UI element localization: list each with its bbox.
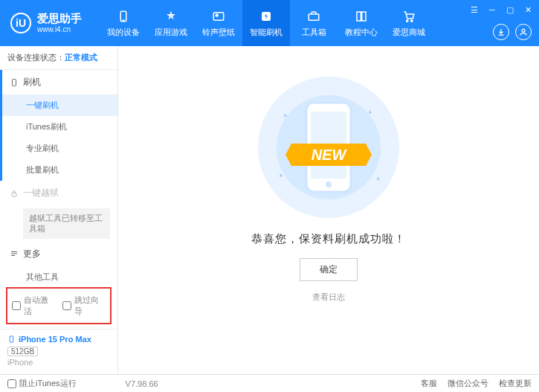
menu-group-more[interactable]: 更多 (2, 242, 117, 266)
device-info: iPhone 15 Pro Max 512GB iPhone (0, 329, 117, 374)
view-log-link[interactable]: 查看日志 (312, 292, 345, 303)
menu-item-batch-flash[interactable]: 批量刷机 (2, 159, 117, 181)
maximize-icon[interactable]: ▢ (505, 4, 515, 15)
footer-link-wechat[interactable]: 微信公众号 (448, 378, 488, 389)
window-controls: ☰ ─ ▢ ✕ (469, 4, 533, 15)
nav-label: 教程中心 (345, 27, 378, 38)
nav-apps-games[interactable]: 应用游戏 (147, 0, 195, 46)
menu-group-label: 刷机 (23, 76, 41, 89)
menu-group-label: 更多 (23, 248, 41, 260)
menu-group-label: 一键越狱 (23, 187, 59, 199)
book-icon (354, 9, 369, 24)
logo-title: 爱思助手 (37, 13, 82, 25)
logo[interactable]: iU 爱思助手 www.i4.cn (0, 13, 92, 33)
svg-rect-2 (213, 12, 224, 20)
menu-item-pro-flash[interactable]: 专业刷机 (2, 138, 117, 159)
minimize-icon[interactable]: ─ (487, 4, 497, 15)
svg-point-8 (522, 29, 525, 32)
device-name-text: iPhone 15 Pro Max (19, 335, 91, 344)
phone-icon (7, 334, 16, 344)
main-content: NEW 恭喜您，保资料刷机成功啦！ 确定 查看日志 (118, 46, 539, 374)
menu-item-oneclick-flash[interactable]: 一键刷机 (2, 94, 117, 116)
main-nav: 我的设备 应用游戏 铃声壁纸 智能刷机 工具箱 教程中心 爱思商城 (100, 0, 433, 46)
sidebar: 设备连接状态：正常模式 刷机 一键刷机 iTunes刷机 专业刷机 批量刷机 一… (0, 46, 118, 374)
menu-item-other-tools[interactable]: 其他工具 (2, 266, 117, 283)
success-illustration: NEW (247, 73, 410, 222)
menu-group-jailbreak[interactable]: 一键越狱 (2, 181, 117, 205)
footer-link-update[interactable]: 检查更新 (499, 378, 532, 389)
nav-ringtone-wallpaper[interactable]: 铃声壁纸 (195, 0, 242, 46)
logo-subtitle: www.i4.cn (37, 25, 82, 33)
svg-rect-10 (12, 193, 16, 196)
flash-options: 自动激活 跳过向导 (6, 287, 112, 324)
nav-label: 我的设备 (107, 27, 140, 38)
ok-button[interactable]: 确定 (300, 258, 358, 281)
svg-text:NEW: NEW (312, 147, 348, 163)
nav-smart-flash[interactable]: 智能刷机 (242, 0, 290, 46)
svg-point-19 (326, 181, 332, 187)
success-message: 恭喜您，保资料刷机成功啦！ (251, 232, 406, 246)
cart-icon (401, 9, 416, 24)
device-icon (116, 9, 131, 24)
device-type: iPhone (7, 358, 110, 367)
close-icon[interactable]: ✕ (523, 4, 533, 15)
phone-icon (10, 78, 19, 87)
menu-group-flash[interactable]: 刷机 (2, 70, 117, 94)
checkbox-label: 阻止iTunes运行 (19, 378, 77, 389)
version-label: V7.98.66 (126, 379, 158, 388)
lock-icon (10, 189, 19, 198)
list-icon (10, 249, 19, 258)
nav-label: 工具箱 (302, 27, 326, 38)
device-name[interactable]: iPhone 15 Pro Max (7, 334, 110, 344)
nav-label: 智能刷机 (250, 27, 283, 38)
image-icon (211, 9, 226, 24)
checkbox-label: 自动激活 (24, 295, 55, 317)
jailbreak-note: 越狱工具已转移至工具箱 (23, 208, 110, 239)
svg-point-7 (411, 19, 413, 21)
svg-rect-9 (13, 79, 16, 86)
svg-rect-14 (10, 336, 13, 342)
menu-item-itunes-flash[interactable]: iTunes刷机 (2, 116, 117, 138)
flash-icon (259, 9, 274, 24)
nav-label: 应用游戏 (155, 27, 187, 38)
checkbox-block-itunes[interactable]: 阻止iTunes运行 (7, 378, 77, 389)
user-button[interactable] (515, 24, 532, 40)
svg-rect-5 (309, 14, 319, 20)
apps-icon (164, 9, 178, 24)
svg-point-6 (407, 19, 408, 21)
checkbox-auto-activate[interactable]: 自动激活 (12, 295, 55, 317)
checkbox-skip-guide[interactable]: 跳过向导 (62, 295, 106, 317)
download-button[interactable] (493, 24, 509, 40)
nav-store[interactable]: 爱思商城 (385, 0, 433, 46)
nav-label: 爱思商城 (393, 27, 425, 38)
device-status: 设备连接状态：正常模式 (0, 46, 117, 70)
status-label: 设备连接状态： (7, 53, 65, 62)
svg-point-3 (216, 14, 218, 16)
status-value: 正常模式 (65, 53, 97, 62)
nav-tutorial[interactable]: 教程中心 (338, 0, 385, 46)
app-header: iU 爱思助手 www.i4.cn 我的设备 应用游戏 铃声壁纸 智能刷机 工具… (0, 0, 539, 46)
nav-label: 铃声壁纸 (202, 27, 235, 38)
toolbox-icon (306, 9, 321, 24)
footer: 阻止iTunes运行 V7.98.66 客服 微信公众号 检查更新 (0, 374, 539, 392)
menu-icon[interactable]: ☰ (469, 4, 480, 15)
device-storage: 512GB (7, 347, 38, 356)
nav-toolbox[interactable]: 工具箱 (290, 0, 338, 46)
logo-icon: iU (10, 13, 31, 33)
nav-my-device[interactable]: 我的设备 (100, 0, 147, 46)
checkbox-label: 跳过向导 (74, 295, 106, 317)
footer-link-support[interactable]: 客服 (421, 378, 437, 389)
